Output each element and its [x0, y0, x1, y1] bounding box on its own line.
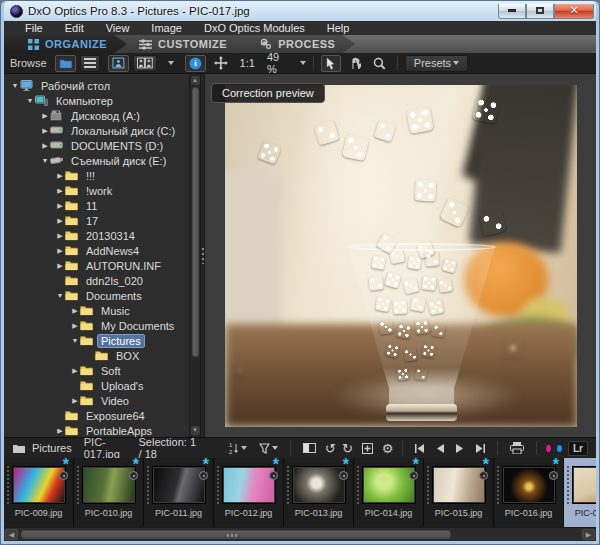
color-label-pink[interactable] [546, 445, 551, 452]
thumbnail-image[interactable] [503, 467, 555, 503]
compare-dropdown[interactable] [161, 55, 181, 72]
scroll-up-icon[interactable]: ▲ [191, 76, 200, 85]
tree-item-pictures[interactable]: ▼Pictures [4, 333, 189, 348]
zoom-dropdown-icon[interactable] [300, 61, 306, 65]
tree-item-documents-d-[interactable]: ▶DOCUMENTS (D:) [4, 138, 189, 153]
expander-closed-icon[interactable]: ▶ [70, 367, 80, 375]
filmstrip-item-pic-011[interactable]: *PIC-011.jpg [144, 458, 214, 527]
filmstrip-item-pic-012[interactable]: *PIC-012.jpg [214, 458, 284, 527]
first-image-button[interactable] [412, 444, 427, 453]
tree-item-дисковод-a-[interactable]: ▶Дисковод (A:) [4, 108, 189, 123]
expander-closed-icon[interactable]: ▶ [55, 172, 65, 180]
tree-item--[interactable]: ▶!!! [4, 168, 189, 183]
tree-item-exposure64[interactable]: Exposure64 [4, 408, 189, 423]
tree-item-my-documents[interactable]: ▶My Documents [4, 318, 189, 333]
tree-item-компьютер[interactable]: ▼Компьютер [4, 93, 189, 108]
thumbnail-image[interactable] [433, 467, 485, 503]
menu-item-file[interactable]: File [14, 21, 54, 35]
expander-open-icon[interactable]: ▼ [55, 292, 65, 299]
expander-closed-icon[interactable]: ▶ [55, 247, 65, 255]
rotate-right-button[interactable]: ↻ [342, 442, 353, 455]
menu-item-help[interactable]: Help [316, 21, 361, 35]
thumbnail-image[interactable] [293, 467, 345, 503]
tab-customize[interactable]: CUSTOMIZE [115, 35, 247, 53]
expander-closed-icon[interactable]: ▶ [55, 187, 65, 195]
filmstrip-item-pic-009[interactable]: *PIC-009.jpg [4, 458, 74, 527]
tree-item-ddn2ls-020[interactable]: ddn2ls_020 [4, 273, 189, 288]
zoom-level-value[interactable]: 49 % [263, 51, 296, 75]
expander-open-icon[interactable]: ▼ [10, 82, 20, 89]
filmstrip-scrollbar[interactable]: ◀ ▶ [4, 527, 596, 541]
minimize-button[interactable] [498, 4, 526, 19]
sort-button[interactable]: 12 [226, 442, 250, 454]
thumbnail-image[interactable] [363, 467, 415, 503]
tree-item-17[interactable]: ▶17 [4, 213, 189, 228]
thumbnail-image[interactable] [153, 467, 205, 503]
expander-open-icon[interactable]: ▼ [40, 157, 50, 164]
tree-item-локальный-диск-c-[interactable]: ▶Локальный диск (C:) [4, 123, 189, 138]
tree-item-11[interactable]: ▶11 [4, 198, 189, 213]
zoom-1to1-button[interactable]: 1:1 [236, 57, 259, 69]
menu-item-dxo-optics-modules[interactable]: DxO Optics Modules [193, 21, 316, 35]
thumbnail-image[interactable] [573, 467, 597, 503]
rating-dots[interactable] [7, 466, 9, 504]
color-label-blue[interactable] [557, 445, 562, 452]
tree-item-рабочий-стол[interactable]: ▼Рабочий стол [4, 78, 189, 93]
rating-dots[interactable] [147, 466, 149, 504]
expander-closed-icon[interactable]: ▶ [70, 397, 80, 405]
before-after-button[interactable] [300, 443, 319, 453]
tree-scrollbar-thumb[interactable] [192, 87, 199, 357]
filmstrip-scrollbar-thumb[interactable] [21, 530, 451, 539]
tree-item-20130314[interactable]: ▶20130314 [4, 228, 189, 243]
add-to-project-button[interactable] [359, 443, 376, 454]
tab-organize[interactable]: ORGANIZE [4, 35, 127, 53]
tree-item-video[interactable]: ▶Video [4, 393, 189, 408]
expander-closed-icon[interactable]: ▶ [55, 427, 65, 435]
expander-closed-icon[interactable]: ▶ [40, 112, 50, 120]
rating-dots[interactable] [217, 466, 219, 504]
tree-item-autorun-inf[interactable]: ▶AUTORUN.INF [4, 258, 189, 273]
rating-dots[interactable] [567, 466, 569, 504]
expander-open-icon[interactable]: ▼ [70, 337, 80, 344]
expander-closed-icon[interactable]: ▶ [40, 142, 50, 150]
expander-closed-icon[interactable]: ▶ [55, 202, 65, 210]
menu-item-edit[interactable]: Edit [54, 21, 95, 35]
expander-closed-icon[interactable]: ▶ [55, 262, 65, 270]
filmstrip-item-pic-017[interactable]: *PIC-017.jpg [564, 458, 596, 527]
tree-item-съемный-диск-e-[interactable]: ▼Съемный диск (E:) [4, 153, 189, 168]
thumbnail-image[interactable] [83, 467, 135, 503]
settings-gear-button[interactable]: ⚙ [382, 442, 394, 455]
title-bar[interactable]: DxO Optics Pro 8.3 - Pictures - PIC-017.… [4, 1, 596, 21]
filmstrip-item-pic-014[interactable]: *PIC-014.jpg [354, 458, 424, 527]
pan-button[interactable] [210, 55, 232, 72]
expander-open-icon[interactable]: ▼ [25, 97, 35, 104]
tree-item-box[interactable]: BOX [4, 348, 189, 363]
tree-item-upload-s[interactable]: Upload's [4, 378, 189, 393]
filmstrip-item-pic-010[interactable]: *PIC-010.jpg [74, 458, 144, 527]
maximize-button[interactable] [526, 4, 554, 19]
filmstrip-item-pic-015[interactable]: *PIC-015.jpg [424, 458, 494, 527]
tree-item--work[interactable]: ▶!work [4, 183, 189, 198]
tree-scrollbar[interactable]: ▲ ▼ [189, 74, 200, 437]
scroll-left-icon[interactable]: ◀ [5, 529, 18, 540]
rating-dots[interactable] [287, 466, 289, 504]
expander-closed-icon[interactable]: ▶ [70, 322, 80, 330]
thumbnail-image[interactable] [13, 467, 65, 503]
presets-button[interactable]: Presets [405, 55, 468, 72]
tree-item-soft[interactable]: ▶Soft [4, 363, 189, 378]
filmstrip-item-pic-013[interactable]: *PIC-013.jpg [284, 458, 354, 527]
tree-item-addnews4[interactable]: ▶AddNews4 [4, 243, 189, 258]
filmstrip-item-pic-016[interactable]: *PIC-016.jpg [494, 458, 564, 527]
hand-tool-button[interactable] [345, 55, 366, 72]
pointer-tool-button[interactable] [321, 55, 341, 72]
tree-item-music[interactable]: ▶Music [4, 303, 189, 318]
rotate-left-button[interactable]: ↺ [325, 442, 336, 455]
tree-item-documents[interactable]: ▼Documents [4, 288, 189, 303]
lightroom-export-button[interactable]: Lr [568, 441, 588, 456]
expander-closed-icon[interactable]: ▶ [40, 127, 50, 135]
tree-item-portableapps[interactable]: ▶PortableApps [4, 423, 189, 437]
scroll-right-icon[interactable]: ▶ [582, 529, 595, 540]
rating-dots[interactable] [427, 466, 429, 504]
single-image-view-button[interactable] [108, 55, 129, 72]
expander-closed-icon[interactable]: ▶ [55, 217, 65, 225]
